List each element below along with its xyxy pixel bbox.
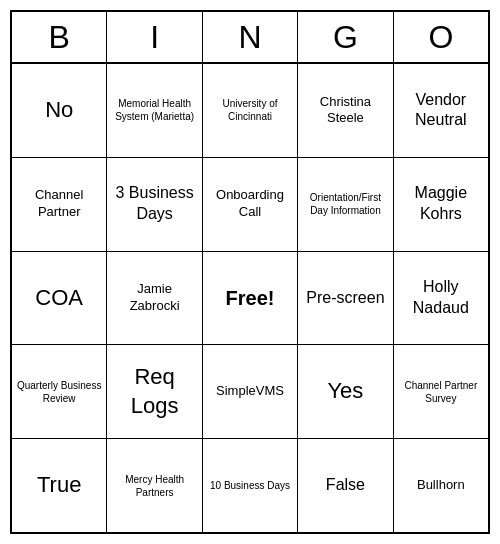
bingo-header: BINGO bbox=[12, 12, 488, 64]
bingo-cell: Bullhorn bbox=[394, 439, 488, 532]
bingo-grid: NoMemorial Health System (Marietta)Unive… bbox=[12, 64, 488, 532]
bingo-cell: True bbox=[12, 439, 107, 532]
bingo-cell: SimpleVMS bbox=[203, 345, 298, 438]
bingo-cell: Yes bbox=[298, 345, 393, 438]
bingo-cell: Free! bbox=[203, 252, 298, 345]
bingo-cell: Quarterly Business Review bbox=[12, 345, 107, 438]
header-letter: G bbox=[298, 12, 393, 62]
header-letter: N bbox=[203, 12, 298, 62]
bingo-row: Quarterly Business ReviewReq LogsSimpleV… bbox=[12, 345, 488, 439]
bingo-cell: Maggie Kohrs bbox=[394, 158, 488, 251]
bingo-cell: Jamie Zabrocki bbox=[107, 252, 202, 345]
bingo-cell: False bbox=[298, 439, 393, 532]
bingo-cell: University of Cincinnati bbox=[203, 64, 298, 157]
bingo-cell: Mercy Health Partners bbox=[107, 439, 202, 532]
bingo-row: TrueMercy Health Partners10 Business Day… bbox=[12, 439, 488, 532]
bingo-row: NoMemorial Health System (Marietta)Unive… bbox=[12, 64, 488, 158]
bingo-cell: Req Logs bbox=[107, 345, 202, 438]
bingo-cell: No bbox=[12, 64, 107, 157]
bingo-row: COAJamie ZabrockiFree!Pre-screenHolly Na… bbox=[12, 252, 488, 346]
bingo-row: Channel Partner3 Business DaysOnboarding… bbox=[12, 158, 488, 252]
bingo-cell: Pre-screen bbox=[298, 252, 393, 345]
bingo-cell: 10 Business Days bbox=[203, 439, 298, 532]
bingo-cell: Holly Nadaud bbox=[394, 252, 488, 345]
bingo-cell: Onboarding Call bbox=[203, 158, 298, 251]
bingo-cell: Channel Partner bbox=[12, 158, 107, 251]
header-letter: B bbox=[12, 12, 107, 62]
bingo-cell: Channel Partner Survey bbox=[394, 345, 488, 438]
bingo-cell: Vendor Neutral bbox=[394, 64, 488, 157]
bingo-card: BINGO NoMemorial Health System (Marietta… bbox=[10, 10, 490, 534]
bingo-cell: Orientation/First Day Information bbox=[298, 158, 393, 251]
bingo-cell: Christina Steele bbox=[298, 64, 393, 157]
bingo-cell: 3 Business Days bbox=[107, 158, 202, 251]
header-letter: O bbox=[394, 12, 488, 62]
bingo-cell: COA bbox=[12, 252, 107, 345]
bingo-cell: Memorial Health System (Marietta) bbox=[107, 64, 202, 157]
header-letter: I bbox=[107, 12, 202, 62]
